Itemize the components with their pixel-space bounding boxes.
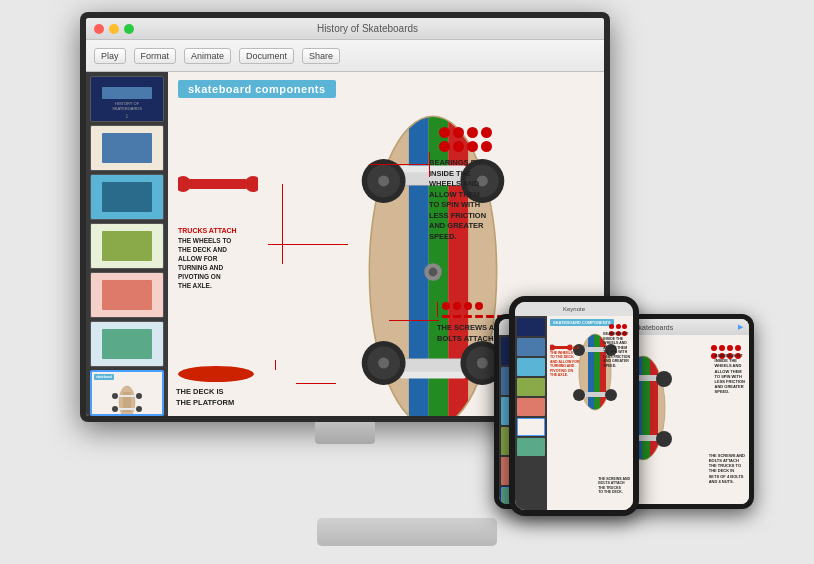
svg-rect-54	[594, 332, 600, 412]
toolbar: Play Format Animate Document Share	[86, 40, 604, 72]
svg-point-18	[378, 175, 389, 186]
fullscreen-button[interactable]	[124, 24, 134, 34]
phone-slide-label: SKATEBOARD COMPONENTS	[550, 319, 614, 326]
svg-point-29	[477, 358, 488, 369]
svg-point-31	[429, 268, 438, 277]
phone-content: SKATEBOARD COMPONENTS	[515, 316, 633, 510]
titlebar: History of Skateboards	[86, 18, 604, 40]
svg-point-47	[656, 431, 672, 447]
bearings-area: BEARINGS FITINSIDE THEWHEELS ANDALLOW TH…	[429, 127, 594, 242]
phone: Keynote SKATEBOARD COMPONENTS	[509, 296, 639, 516]
phone-slide-1[interactable]	[517, 318, 545, 336]
svg-point-6	[112, 406, 118, 412]
phone-slide-5[interactable]	[517, 398, 545, 416]
phone-titlebar: Keynote	[515, 302, 633, 316]
document-button[interactable]: Document	[239, 48, 294, 64]
svg-rect-40	[650, 353, 658, 463]
phone-screen: Keynote SKATEBOARD COMPONENTS	[515, 302, 633, 510]
svg-point-26	[378, 358, 389, 369]
phone-slide-6[interactable]	[517, 418, 545, 436]
svg-rect-23	[400, 372, 466, 379]
close-button[interactable]	[94, 24, 104, 34]
phone-main-slide: SKATEBOARD COMPONENTS	[547, 316, 633, 510]
slide-thumb-4[interactable]	[90, 223, 164, 269]
play-button[interactable]: Play	[94, 48, 126, 64]
svg-point-61	[573, 389, 585, 401]
svg-point-62	[605, 389, 617, 401]
deck-annotation-text: THE DECK ISTHE PLATFORM	[176, 387, 296, 408]
phone-slide-2[interactable]	[517, 338, 545, 356]
phone-frame: Keynote SKATEBOARD COMPONENTS	[509, 296, 639, 516]
slide-thumb-3[interactable]	[90, 174, 164, 220]
slide-thumb-6[interactable]	[90, 321, 164, 367]
truck-diagram: TRUCKS ATTACH THE WHEELS TOTHE DECK ANDA…	[178, 167, 278, 290]
slide-panel[interactable]: HISTORY OFSKATEBOARDS 1	[86, 72, 168, 416]
svg-point-5	[136, 393, 142, 399]
minimize-button[interactable]	[109, 24, 119, 34]
phone-sidebar[interactable]	[515, 316, 547, 510]
animate-button[interactable]: Animate	[184, 48, 231, 64]
phone-slide-3[interactable]	[517, 358, 545, 376]
svg-point-35	[178, 366, 254, 382]
svg-rect-39	[642, 353, 650, 463]
format-button[interactable]: Format	[134, 48, 177, 64]
slide-thumb-5[interactable]	[90, 272, 164, 318]
slide-thumb-7-active[interactable]: skateboard	[90, 370, 164, 416]
svg-rect-53	[588, 332, 594, 412]
truck-annotation-text: TRUCKS ATTACH THE WHEELS TOTHE DECK ANDA…	[178, 226, 278, 290]
svg-point-7	[136, 406, 142, 412]
deck-area: THE DECK ISTHE PLATFORM	[176, 365, 296, 408]
phone-title: Keynote	[519, 306, 629, 312]
svg-point-4	[112, 393, 118, 399]
bearings-annotation-text: BEARINGS FITINSIDE THEWHEELS ANDALLOW TH…	[429, 158, 594, 242]
share-button[interactable]: Share	[302, 48, 340, 64]
slide-thumb-1[interactable]: HISTORY OFSKATEBOARDS 1	[90, 76, 164, 122]
slide-thumb-2[interactable]	[90, 125, 164, 171]
phone-slide-4[interactable]	[517, 378, 545, 396]
svg-rect-32	[188, 179, 248, 189]
svg-point-44	[656, 371, 672, 387]
slide-label: skateboard components	[178, 80, 336, 98]
svg-point-33	[178, 176, 191, 192]
window-title: History of Skateboards	[139, 23, 596, 34]
mac-mini	[317, 518, 497, 546]
svg-point-34	[245, 176, 258, 192]
monitor-stand	[315, 422, 375, 444]
svg-rect-60	[583, 392, 607, 397]
phone-slide-7[interactable]	[517, 438, 545, 456]
